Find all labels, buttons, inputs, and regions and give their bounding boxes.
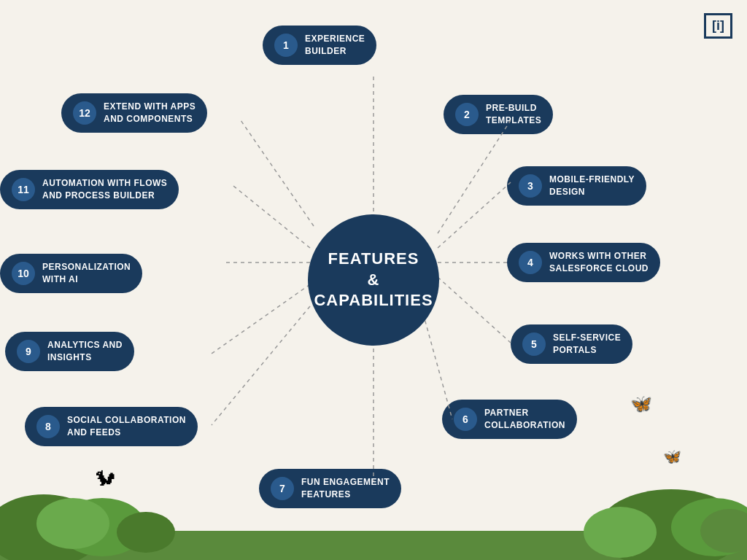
svg-point-15 <box>36 498 109 549</box>
pill-12-number: 12 <box>73 101 96 125</box>
svg-line-7 <box>233 186 310 248</box>
pill-4-text: WORKS WITH OTHERSALESFORCE CLOUD <box>549 250 649 275</box>
svg-point-16 <box>117 512 175 553</box>
pill-6-number: 6 <box>454 408 477 431</box>
svg-line-10 <box>212 306 310 425</box>
pill-1: 1EXPERIENCEBUILDER <box>263 26 376 65</box>
pill-8-text: SOCIAL COLLABORATIONAND FEEDS <box>67 414 186 439</box>
pill-10: 10PERSONALIZATIONWITH AI <box>0 254 142 293</box>
squirrel-decoration: 🐿 <box>95 467 115 491</box>
pill-10-text: PERSONALIZATIONWITH AI <box>42 261 131 286</box>
svg-point-19 <box>584 507 657 558</box>
pill-7-number: 7 <box>271 477 294 500</box>
pill-12: 12EXTEND WITH APPSAND COMPONENTS <box>61 93 207 133</box>
svg-line-11 <box>241 120 314 226</box>
pill-11-text: AUTOMATION WITH FLOWSAND PROCESS BUILDER <box>42 177 167 202</box>
pill-10-number: 10 <box>12 262 35 285</box>
pill-5-text: SELF-SERVICEPORTALS <box>553 332 621 357</box>
pill-9: 9ANALYTICS ANDINSIGHTS <box>5 332 134 371</box>
butterfly2-decoration: 🦋 <box>663 448 681 465</box>
pill-5: 5SELF-SERVICEPORTALS <box>511 324 632 364</box>
pill-9-text: ANALYTICS ANDINSIGHTS <box>47 339 123 364</box>
pill-9-number: 9 <box>17 340 40 363</box>
pill-4-number: 4 <box>519 251 542 274</box>
pill-2-number: 2 <box>455 103 479 126</box>
pill-1-text: EXPERIENCEBUILDER <box>305 33 365 58</box>
svg-line-9 <box>212 284 310 354</box>
center-text-line3: CAPABILITIES <box>314 291 433 309</box>
svg-line-5 <box>423 314 452 419</box>
pill-4: 4WORKS WITH OTHERSALESFORCE CLOUD <box>507 243 660 282</box>
pill-7: 7FUN ENGAGEMENTFEATURES <box>259 469 401 508</box>
pill-11-number: 11 <box>12 178 35 201</box>
pill-2-text: PRE-BUILDTEMPLATES <box>486 102 541 127</box>
svg-line-3 <box>438 277 511 343</box>
center-circle: FEATURES & CAPABILITIES <box>308 214 439 346</box>
pill-3-text: MOBILE-FRIENDLYDESIGN <box>549 174 635 198</box>
pill-7-text: FUN ENGAGEMENTFEATURES <box>301 476 390 501</box>
pill-8: 8SOCIAL COLLABORATIONAND FEEDS <box>25 407 198 446</box>
svg-line-4 <box>438 120 511 233</box>
center-text-line2: & <box>368 271 380 289</box>
pill-8-number: 8 <box>36 415 60 438</box>
pill-3: 3MOBILE-FRIENDLYDESIGN <box>507 166 646 206</box>
logo: [i] <box>704 13 732 39</box>
pill-1-number: 1 <box>274 34 298 57</box>
center-text-line1: FEATURES <box>328 249 419 268</box>
svg-line-1 <box>438 182 511 248</box>
butterfly1-decoration: 🦋 <box>630 394 652 414</box>
pill-2: 2PRE-BUILDTEMPLATES <box>444 95 553 134</box>
pill-12-text: EXTEND WITH APPSAND COMPONENTS <box>104 101 196 125</box>
pill-6: 6PARTNERCOLLABORATION <box>442 400 577 439</box>
pill-5-number: 5 <box>522 332 546 356</box>
pill-11: 11AUTOMATION WITH FLOWSAND PROCESS BUILD… <box>0 170 179 209</box>
pill-6-text: PARTNERCOLLABORATION <box>484 407 565 432</box>
pill-3-number: 3 <box>519 174 542 198</box>
